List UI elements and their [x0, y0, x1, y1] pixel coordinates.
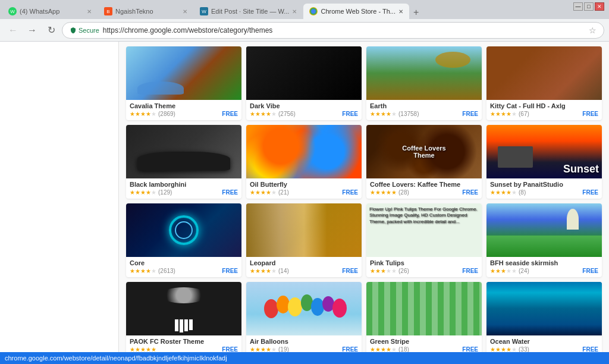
theme-name-greenstripe: Green Stripe — [370, 338, 478, 345]
theme-thumb-coffeelovers: Coffee Lovers Theme — [366, 125, 482, 178]
stars-lamborghini: ★★★★★(129) — [130, 189, 172, 196]
theme-card-bfh[interactable]: BFH seaside skirmish ★★★★★(24) FREE — [486, 203, 602, 277]
theme-name-bfh: BFH seaside skirmish — [490, 259, 598, 266]
theme-thumb-airballoons — [246, 282, 362, 335]
svg-point-5 — [322, 296, 334, 312]
theme-name-kittycat: Kitty Cat - Full HD - Axlg — [490, 102, 598, 109]
free-badge-lamborghini: FREE — [222, 189, 238, 196]
tab-whatsapp-title: (4) WhatsApp — [20, 8, 84, 15]
navigation-bar: ← → ↻ Secure https://chrome.google.com/w… — [0, 19, 609, 42]
theme-thumb-kittycat — [486, 46, 602, 100]
theme-card-greenstripe[interactable]: Green Stripe ★★★★★(18) FREE — [366, 282, 482, 356]
tab-editpost[interactable]: W Edit Post · Site Title — W... ✕ — [194, 4, 303, 19]
forward-button[interactable]: → — [24, 22, 40, 39]
theme-name-leopard: Leopard — [250, 259, 358, 266]
theme-thumb-earth — [366, 46, 482, 100]
new-tab-button[interactable]: + — [410, 6, 422, 19]
stars-sunset: ★★★★★(8) — [490, 189, 526, 196]
tab-close-ngaishtekno[interactable]: ✕ — [183, 8, 187, 15]
window-minimize[interactable]: — — [573, 2, 583, 11]
stars-coffeelovers: ★★★★★(28) — [370, 189, 409, 196]
theme-card-leopard[interactable]: Leopard ★★★★★(14) FREE — [246, 203, 362, 277]
theme-card-paok[interactable]: PAOK FC Roster Theme ★★★★★ FREE — [126, 282, 241, 356]
editpost-icon: W — [200, 7, 208, 15]
sunset-overlay-text: Sunset — [563, 163, 599, 175]
theme-card-earth[interactable]: Earth ★★★★★(13758) FREE — [366, 46, 482, 120]
theme-name-darkvibe: Dark Vibe — [250, 102, 358, 109]
theme-name-sunset: Sunset by PanaitStudio — [490, 181, 598, 188]
free-badge-cavalia: FREE — [222, 111, 238, 117]
stars-kittycat: ★★★★★(67) — [490, 111, 529, 117]
tab-close-whatsapp[interactable]: ✕ — [87, 8, 92, 15]
chromestore-icon — [309, 7, 318, 15]
theme-thumb-leopard — [246, 203, 362, 257]
back-button[interactable]: ← — [5, 22, 21, 39]
svg-point-1 — [277, 296, 290, 313]
theme-name-core: Core — [130, 259, 238, 266]
stars-earth: ★★★★★(13758) — [370, 111, 419, 117]
ngaishtekno-icon: B — [104, 7, 112, 15]
tab-whatsapp[interactable]: W (4) WhatsApp ✕ — [2, 4, 98, 19]
svg-point-0 — [264, 299, 278, 318]
theme-card-oilbutterfly[interactable]: Oil Butterfly ★★★★★(21) FREE — [246, 125, 362, 199]
theme-name-paok: PAOK FC Roster Theme — [130, 338, 238, 345]
status-url: chrome.google.com/webstore/detail/neonap… — [5, 354, 227, 362]
free-badge-earth: FREE — [462, 111, 478, 117]
theme-thumb-greenstripe — [366, 282, 482, 335]
bookmark-button[interactable]: ☆ — [589, 26, 597, 35]
theme-card-cavalia[interactable]: Cavalia Theme ★★★★★(2869) FREE — [126, 46, 241, 120]
theme-name-cavalia: Cavalia Theme — [130, 102, 238, 109]
tab-chromestore[interactable]: Chrome Web Store - Th... ✕ — [303, 4, 409, 19]
theme-card-oceanwater[interactable]: Ocean Water ★★★★★(33) FREE — [486, 282, 602, 356]
window-close[interactable]: ✕ — [595, 2, 604, 11]
theme-thumb-oilbutterfly — [246, 125, 362, 178]
tab-close-editpost[interactable]: ✕ — [292, 8, 297, 15]
theme-name-oceanwater: Ocean Water — [490, 338, 598, 345]
theme-card-kittycat[interactable]: Kitty Cat - Full HD - Axlg ★★★★★(67) FRE… — [486, 46, 602, 120]
theme-thumb-lamborghini — [126, 125, 241, 178]
theme-thumb-cavalia — [126, 46, 241, 100]
theme-card-airballoons[interactable]: Air Balloons ★★★★★(19) FREE — [246, 282, 362, 356]
theme-thumb-bfh — [486, 203, 602, 257]
theme-card-lamborghini[interactable]: Black lamborghini ★★★★★(129) FREE — [126, 125, 241, 199]
tab-editpost-title: Edit Post · Site Title — W... — [211, 8, 289, 15]
stars-bfh: ★★★★★(24) — [490, 268, 529, 274]
status-bar: chrome.google.com/webstore/detail/neonap… — [0, 352, 609, 364]
stars-pinktulips: ★★★★★(26) — [370, 268, 409, 274]
free-badge-pinktulips: FREE — [462, 268, 478, 274]
whatsapp-icon: W — [8, 7, 17, 15]
theme-card-coffeelovers[interactable]: Coffee Lovers Theme Coffee Lovers: Kaffe… — [366, 125, 482, 199]
theme-card-core[interactable]: Core ★★★★★(2613) FREE — [126, 203, 241, 277]
stars-oilbutterfly: ★★★★★(21) — [250, 189, 289, 196]
theme-thumb-core — [126, 203, 241, 257]
tab-chromestore-title: Chrome Web Store - Th... — [321, 8, 395, 15]
free-badge-coffeelovers: FREE — [462, 189, 478, 196]
theme-card-darkvibe[interactable]: Dark Vibe ★★★★★(2756) FREE — [246, 46, 362, 120]
free-badge-bfh: FREE — [582, 268, 598, 274]
theme-name-coffeelovers: Coffee Lovers: Kaffee Theme — [370, 181, 478, 188]
reload-button[interactable]: ↻ — [43, 22, 59, 39]
svg-point-4 — [311, 298, 324, 316]
theme-name-airballoons: Air Balloons — [250, 338, 358, 345]
theme-name-lamborghini: Black lamborghini — [130, 181, 238, 188]
svg-point-6 — [332, 299, 347, 318]
tab-close-chromestore[interactable]: ✕ — [398, 8, 403, 15]
main-area: Cavalia Theme ★★★★★(2869) FREE Dark Vibe… — [0, 42, 609, 364]
pinktulips-overlay-text: Flower Up! Pink Tulips Theme For Google … — [369, 206, 479, 225]
stars-darkvibe: ★★★★★(2756) — [250, 111, 296, 117]
address-bar[interactable]: Secure https://chrome.google.com/webstor… — [62, 22, 604, 39]
tab-ngaishtekno[interactable]: B NgaishTekno ✕ — [98, 4, 193, 19]
free-badge-sunset: FREE — [582, 189, 598, 196]
free-badge-core: FREE — [222, 268, 238, 274]
secure-badge: Secure — [70, 27, 99, 34]
window-maximize[interactable]: □ — [584, 2, 594, 11]
svg-point-2 — [288, 297, 302, 316]
theme-card-sunset[interactable]: Sunset Sunset by PanaitStudio ★★★★★(8) F… — [486, 125, 602, 199]
free-badge-oilbutterfly: FREE — [342, 189, 358, 196]
theme-content: Cavalia Theme ★★★★★(2869) FREE Dark Vibe… — [119, 42, 609, 364]
theme-thumb-pinktulips: Flower Up! Pink Tulips Theme For Google … — [366, 203, 482, 257]
stars-leopard: ★★★★★(14) — [250, 268, 289, 274]
theme-name-earth: Earth — [370, 102, 478, 109]
theme-card-pinktulips[interactable]: Flower Up! Pink Tulips Theme For Google … — [366, 203, 482, 277]
stars-cavalia: ★★★★★(2869) — [130, 111, 175, 117]
